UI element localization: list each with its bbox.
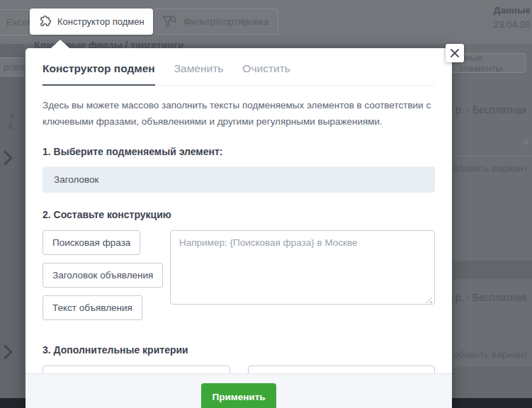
filter-sort-button-label: Фильтр/сортировка <box>183 16 268 27</box>
tab-constructor[interactable]: Конструктор подмен <box>43 62 155 86</box>
construction-section: Поисковая фраза Заголовок объявления Тек… <box>43 230 435 328</box>
tab-replace[interactable]: Заменить <box>174 62 224 85</box>
substituted-element-field[interactable]: Заголовок <box>43 166 435 193</box>
excel-button-label: Excel <box>6 17 30 28</box>
page: Excel Конструктор подмен Фильтр/сортиров… <box>0 0 532 408</box>
constructor-button-label: Конструктор подмен <box>57 16 145 27</box>
background-add-variant-link: обавить вариант <box>453 163 528 174</box>
data-label: Данные <box>494 5 531 16</box>
modal-pointer-arrow <box>51 40 69 48</box>
constructor-button[interactable]: Конструктор подмен <box>30 8 153 35</box>
modal-description: Здесь вы можете массово заполнить тексты… <box>43 97 435 130</box>
insert-buttons-column: Поисковая фраза Заголовок объявления Тек… <box>43 230 170 328</box>
chip-ad-text-button[interactable]: Текст объявления <box>43 295 142 320</box>
expand-chevron-icon <box>4 345 13 362</box>
background-price-text: 0 р. - Бесплатная <box>447 292 527 303</box>
substitution-constructor-modal: Конструктор подмен Заменить Очистить Зде… <box>26 48 452 408</box>
background-resize-handle-icon <box>521 137 528 144</box>
background-row <box>452 367 532 398</box>
construction-textarea[interactable] <box>170 230 435 305</box>
background-row-number: 6. <box>9 122 15 130</box>
chip-search-phrase-button[interactable]: Поисковая фраза <box>43 230 140 255</box>
close-button[interactable] <box>446 44 464 62</box>
puzzle-icon <box>38 15 52 28</box>
step1-title: 1. Выберите подменяемый элемент: <box>43 146 435 157</box>
apply-button[interactable]: Применить <box>201 383 276 408</box>
step3-title: 3. Дополнительные критерии <box>43 344 435 356</box>
modal-tabs: Конструктор подмен Заменить Очистить <box>43 62 435 86</box>
background-divider <box>452 156 532 157</box>
background-row-number: 4 <box>10 111 14 120</box>
background-add-variant-link: обавить вариант <box>453 349 528 360</box>
tab-clear[interactable]: Очистить <box>242 62 290 85</box>
background-elements-button-label: емые элементы <box>458 52 525 74</box>
step2-title: 2. Составьте конструкцию <box>43 209 435 220</box>
modal-body: Конструктор подмен Заменить Очистить Зде… <box>26 48 452 392</box>
substituted-element-value: Заголовок <box>54 174 98 185</box>
filter-search-icon <box>162 16 177 28</box>
chip-ad-title-button[interactable]: Заголовок объявления <box>43 263 163 288</box>
background-row <box>452 261 532 279</box>
modal-footer: Применить <box>26 373 452 408</box>
date-label: 23.04.20 <box>493 19 531 30</box>
construction-textarea-wrap <box>170 230 435 307</box>
expand-chevron-icon <box>4 151 13 168</box>
background-price-text: 0 р. - Бесплатная <box>447 104 527 115</box>
filter-sort-button: Фильтр/сортировка <box>152 8 278 35</box>
close-icon <box>451 49 459 57</box>
